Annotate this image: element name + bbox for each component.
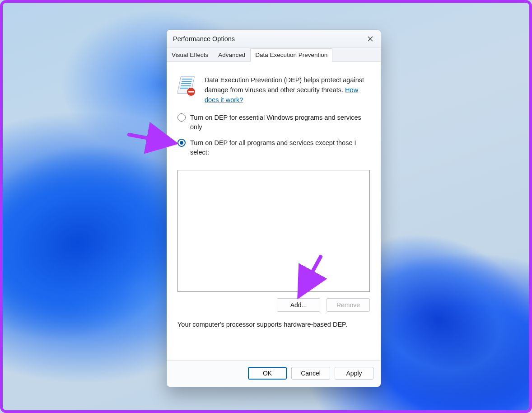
remove-button: Remove — [327, 298, 370, 312]
dialog-footer: OK Cancel Apply — [167, 360, 381, 387]
titlebar: Performance Options — [167, 30, 381, 48]
support-text: Your computer's processor supports hardw… — [177, 321, 370, 328]
radio-essential[interactable] — [177, 113, 186, 122]
close-icon — [368, 36, 373, 42]
ok-button[interactable]: OK — [248, 367, 287, 380]
apply-button[interactable]: Apply — [335, 367, 373, 380]
dep-intro: Data Execution Prevention (DEP) helps pr… — [177, 75, 370, 105]
radio-option-all-except[interactable]: Turn on DEP for all programs and service… — [177, 138, 370, 157]
radio-essential-label: Turn on DEP for essential Windows progra… — [190, 113, 370, 132]
add-button[interactable]: Add... — [277, 298, 320, 312]
svg-rect-9 — [188, 91, 194, 93]
tab-dep[interactable]: Data Execution Prevention — [250, 48, 332, 62]
radio-all-except-label: Turn on DEP for all programs and service… — [190, 138, 370, 157]
tab-body-dep: Data Execution Prevention (DEP) helps pr… — [167, 62, 381, 360]
list-button-row: Add... Remove — [177, 298, 370, 312]
tab-strip: Visual Effects Advanced Data Execution P… — [167, 48, 381, 62]
cancel-button[interactable]: Cancel — [291, 367, 330, 380]
tab-visual-effects[interactable]: Visual Effects — [167, 48, 213, 62]
exception-listbox[interactable] — [177, 170, 370, 292]
radio-all-except[interactable] — [177, 139, 186, 147]
dep-radio-group: Turn on DEP for essential Windows progra… — [177, 113, 370, 164]
radio-option-essential[interactable]: Turn on DEP for essential Windows progra… — [177, 113, 370, 132]
dialog-title: Performance Options — [173, 35, 235, 42]
tab-advanced[interactable]: Advanced — [213, 48, 250, 62]
dep-shield-icon — [177, 75, 196, 96]
close-button[interactable] — [360, 30, 381, 48]
dep-intro-text: Data Execution Prevention (DEP) helps pr… — [205, 75, 370, 105]
dep-description: Data Execution Prevention (DEP) helps pr… — [205, 76, 364, 94]
performance-options-dialog: Performance Options Visual Effects Advan… — [167, 30, 381, 387]
